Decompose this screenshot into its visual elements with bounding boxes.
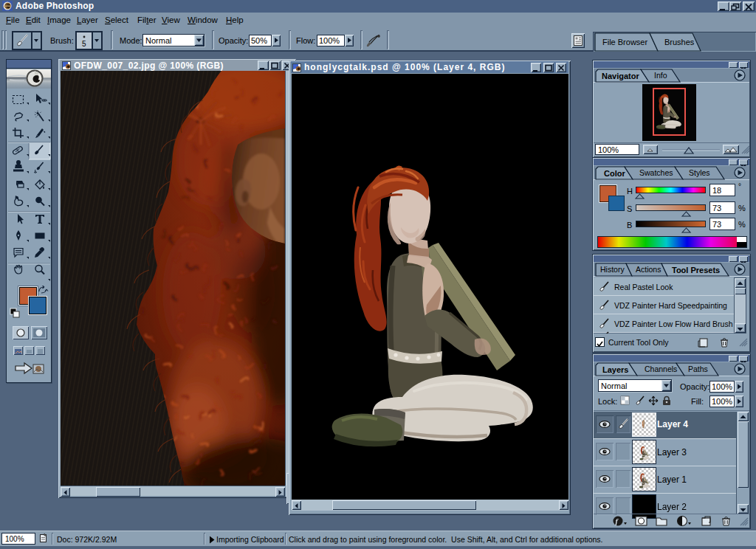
svg-text:Actions: Actions: [636, 265, 661, 274]
svg-text:Tool Presets: Tool Presets: [672, 266, 720, 274]
svg-text:Styles: Styles: [689, 168, 710, 177]
svg-text:Info: Info: [654, 71, 667, 80]
svg-text:File Browser: File Browser: [602, 38, 647, 46]
svg-text:Paths: Paths: [688, 365, 708, 373]
svg-text:History: History: [600, 265, 625, 274]
svg-text:Color: Color: [604, 169, 625, 178]
svg-text:Layers: Layers: [602, 365, 628, 374]
svg-text:Swatches: Swatches: [639, 168, 673, 177]
svg-text:Channels: Channels: [645, 365, 677, 373]
svg-text:5: 5: [82, 40, 86, 48]
svg-text:Navigator: Navigator: [602, 72, 639, 80]
svg-text:Brushes: Brushes: [664, 38, 695, 46]
